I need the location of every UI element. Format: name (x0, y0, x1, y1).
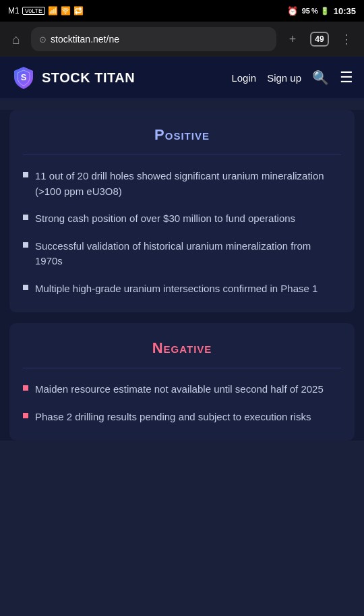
list-item: Successful validation of historical uran… (23, 239, 341, 269)
address-shield-icon: ⊙ (39, 34, 47, 45)
nav-header: S STOCK TITAN Login Sign up 🔍 ☰ (0, 57, 364, 99)
extra-icon: 🔁 (73, 6, 84, 16)
status-left: M1 VoLTE 📶 🛜 🔁 (8, 6, 84, 16)
negative-bullet-list: Maiden resource estimate not available u… (23, 382, 341, 424)
signal-icon: 📶 (48, 6, 58, 16)
status-bar: M1 VoLTE 📶 🛜 🔁 ⏰ 95% 🔋 10:35 (0, 0, 364, 22)
home-button[interactable]: ⌂ (7, 30, 26, 49)
url-text: stocktitan.net/ne (51, 34, 119, 45)
list-item: 11 out of 20 drill holes showed signific… (23, 169, 341, 199)
list-item: Multiple high-grade uranium intersection… (23, 281, 341, 297)
bullet-marker (23, 242, 28, 248)
bullet-text: Strong cash position of over $30 million… (35, 211, 295, 227)
list-item: Phase 2 drilling results pending and sub… (23, 410, 341, 425)
more-icon: ⋮ (340, 32, 353, 47)
login-link[interactable]: Login (231, 72, 256, 84)
carrier-label: M1 (8, 6, 20, 16)
search-icon: 🔍 (312, 69, 329, 86)
bullet-text: Multiple high-grade uranium intersection… (35, 281, 317, 297)
negative-section: Negative Maiden resource estimate not av… (9, 323, 355, 441)
negative-section-title: Negative (23, 339, 341, 357)
logo-icon: S (11, 65, 36, 90)
search-button[interactable]: 🔍 (312, 69, 329, 86)
bullet-text: Successful validation of historical uran… (35, 239, 341, 269)
nav-links: Login Sign up 🔍 ☰ (231, 69, 353, 86)
battery-level: 95 (302, 7, 310, 15)
bullet-marker (23, 413, 28, 418)
wifi-icon: 🛜 (61, 6, 71, 16)
time-display: 10:35 (334, 6, 356, 16)
volte-badge: VoLTE (22, 7, 45, 15)
bullet-text: Maiden resource estimate not available u… (35, 382, 324, 397)
more-button[interactable]: ⋮ (336, 28, 357, 50)
list-item: Maiden resource estimate not available u… (23, 382, 341, 397)
positive-divider (23, 155, 341, 155)
svg-text:S: S (21, 72, 27, 82)
browser-bar: ⌂ ⊙ stocktitan.net/ne + 49 ⋮ (0, 22, 364, 57)
status-right: ⏰ 95% 🔋 10:35 (287, 6, 356, 16)
add-tab-button[interactable]: + (282, 28, 303, 50)
logo-container: S STOCK TITAN (11, 65, 135, 90)
menu-icon: ☰ (340, 69, 353, 86)
bullet-text: 11 out of 20 drill holes showed signific… (35, 169, 341, 199)
menu-button[interactable]: ☰ (340, 69, 353, 86)
bullet-marker (23, 215, 28, 220)
positive-section-title: Positive (23, 126, 341, 144)
logo-text: STOCK TITAN (42, 70, 135, 86)
negative-divider (23, 368, 341, 368)
main-content: Positive 11 out of 20 drill holes showed… (0, 110, 364, 441)
list-item: Strong cash position of over $30 million… (23, 211, 341, 227)
bullet-marker (23, 172, 28, 177)
tabs-count-badge: 49 (310, 32, 328, 47)
signup-link[interactable]: Sign up (267, 72, 301, 84)
home-icon: ⌂ (12, 32, 20, 47)
bullet-marker (23, 285, 28, 290)
bullet-marker (23, 385, 28, 391)
add-tab-icon: + (289, 32, 297, 47)
battery-indicator: 95% 🔋 (302, 7, 330, 16)
bullet-text: Phase 2 drilling results pending and sub… (35, 410, 311, 425)
positive-section: Positive 11 out of 20 drill holes showed… (9, 110, 355, 312)
address-bar[interactable]: ⊙ stocktitan.net/ne (31, 27, 276, 51)
alarm-icon: ⏰ (287, 6, 298, 16)
positive-bullet-list: 11 out of 20 drill holes showed signific… (23, 169, 341, 296)
tabs-button[interactable]: 49 (309, 28, 330, 50)
